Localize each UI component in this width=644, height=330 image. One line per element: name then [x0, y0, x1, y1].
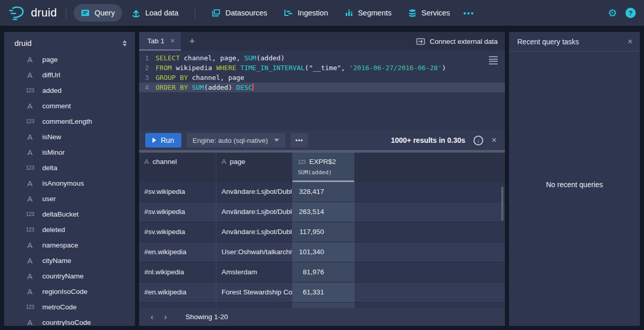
sidebar-column-regionisocode[interactable]: AregionIsoCode [4, 284, 135, 299]
tasks-panel-close-icon[interactable]: × [628, 37, 633, 47]
editor-menu-icon[interactable] [489, 56, 498, 65]
nav-item-ingestion[interactable]: Ingestion [277, 4, 335, 22]
sidebar-column-comment[interactable]: Acomment [4, 98, 135, 113]
cell-page[interactable]: Forest Stewardship Cou [216, 283, 293, 302]
cell-filler [354, 202, 505, 222]
nav-item-datasources[interactable]: Datasources [205, 4, 274, 22]
string-type-icon: A [222, 158, 226, 166]
connect-external-data-button[interactable]: Connect external data [416, 38, 498, 45]
table-scrollbar[interactable] [501, 187, 503, 221]
string-type-icon: A [24, 133, 36, 141]
column-name: isAnonymous [42, 179, 84, 187]
column-header-expr-2[interactable]: 123EXPR$2SUM(added) [293, 153, 354, 182]
sidebar-column-countryname[interactable]: AcountryName [4, 268, 135, 284]
cell-filler [354, 222, 505, 242]
cell-sum-added[interactable]: 81,976 [293, 262, 354, 282]
nav-item-query[interactable]: Query [74, 4, 122, 22]
sidebar-column-delta[interactable]: 123delta [4, 160, 135, 175]
sidebar-column-countryisocode[interactable]: AcountryIsoCode [4, 315, 135, 326]
column-name: cityName [42, 257, 71, 265]
prev-page-icon[interactable]: ‹ [145, 312, 159, 321]
next-page-icon[interactable]: › [159, 312, 172, 321]
pagination-label: Showing 1-20 [185, 313, 228, 321]
close-results-icon[interactable]: × [492, 135, 497, 145]
cell-sum-added[interactable]: 61,331 [293, 283, 354, 302]
cell-page[interactable] [216, 303, 293, 308]
nav-item-segments[interactable]: Segments [337, 4, 399, 22]
cell-channel[interactable]: #sv.wikipedia [139, 222, 216, 242]
column-header-label: EXPR$2 [309, 158, 336, 166]
string-type-icon: A [24, 179, 36, 188]
column-header-channel[interactable]: Achannel [139, 153, 216, 182]
engine-select[interactable]: Engine: auto (sql-native) [187, 133, 285, 147]
connect-external-data-label: Connect external data [430, 38, 498, 45]
cell-sum-added[interactable] [293, 303, 354, 308]
tab-bar: Tab 1 × + Connect external data [139, 32, 505, 51]
code-text: GROUP BY channel, page [156, 73, 244, 82]
cell-page[interactable]: Användare:Lsjbot/Duble [216, 182, 293, 202]
cell-filler [354, 262, 505, 282]
sidebar-column-deleted[interactable]: 123deleted [4, 222, 135, 237]
cell-sum-added[interactable]: 263,514 [293, 202, 354, 222]
nav-item-load-data[interactable]: Load data [124, 4, 186, 22]
sidebar-column-added[interactable]: 123added [4, 82, 135, 98]
sidebar-column-cityname[interactable]: AcityName [4, 253, 135, 268]
add-tab-button[interactable]: + [189, 36, 195, 47]
sidebar-column-deltabucket[interactable]: 123deltaBucket [4, 206, 135, 222]
sidebar-column-page[interactable]: Apage [4, 52, 135, 67]
cell-channel[interactable] [139, 303, 216, 308]
sidebar-column-isanonymous[interactable]: AisAnonymous [4, 175, 135, 191]
sidebar-column-isnew[interactable]: AisNew [4, 129, 135, 144]
cell-page[interactable]: Amsterdam [216, 262, 293, 282]
column-name: namespace [42, 241, 78, 249]
run-bar: Run Engine: auto (sql-native) ••• 1000+ … [139, 130, 505, 150]
download-results-icon[interactable]: ↓ [473, 136, 483, 145]
sidebar-column-commentlength[interactable]: 123commentLength [4, 113, 135, 129]
cell-channel[interactable]: #nl.wikipedia [139, 262, 216, 282]
cell-page[interactable]: User:Oshwah/talkarchiv [216, 242, 293, 262]
druid-logo[interactable]: druid [8, 5, 57, 21]
code-line-4[interactable]: 4ORDER BY SUM(added) DESC [139, 82, 505, 92]
cell-channel[interactable]: #sv.wikipedia [139, 182, 216, 202]
help-icon[interactable]: ? [625, 8, 636, 18]
code-text: ORDER BY SUM(added) DESC [156, 82, 253, 92]
tab-1[interactable]: Tab 1 × [139, 32, 181, 51]
column-name: regionIsoCode [42, 288, 88, 295]
results-table-header: AchannelApage123EXPR$2SUM(added) [139, 153, 505, 182]
nav-item-services[interactable]: Services [401, 4, 457, 22]
cell-channel[interactable]: #sv.wikipedia [139, 202, 216, 222]
sidebar-column-metrocode[interactable]: 123metroCode [4, 299, 135, 315]
table-row [139, 303, 505, 308]
sidebar-column-diffurl[interactable]: AdiffUrl [4, 67, 135, 82]
more-menu-button[interactable]: ••• [460, 9, 479, 18]
tab-close-icon[interactable]: × [171, 37, 175, 45]
tasks-panel-title: Recent query tasks [517, 38, 579, 46]
cell-sum-added[interactable]: 101,340 [293, 242, 354, 262]
code-line-1[interactable]: 1SELECT channel, page, SUM(added) [139, 53, 505, 63]
load-data-icon [131, 9, 141, 18]
nav-item-label: Load data [145, 9, 179, 17]
cell-sum-added[interactable]: 117,950 [293, 222, 354, 242]
sidebar-column-user[interactable]: Auser [4, 191, 135, 206]
code-line-3[interactable]: 3GROUP BY channel, page [139, 73, 505, 82]
column-name: metroCode [42, 303, 77, 311]
cell-channel[interactable]: #en.wikipedia [139, 283, 216, 302]
run-more-button[interactable]: ••• [291, 133, 308, 147]
run-button[interactable]: Run [145, 133, 181, 147]
column-name: delta [42, 164, 57, 172]
druid-logo-icon [8, 5, 27, 21]
cell-page[interactable]: Användare:Lsjbot/Duble [216, 202, 293, 222]
sidebar-column-namespace[interactable]: Anamespace [4, 237, 135, 253]
sort-columns-icon[interactable] [123, 40, 127, 46]
column-name: deltaBucket [42, 210, 79, 218]
code-line-2[interactable]: 2FROM wikipedia WHERE TIME_IN_INTERVAL("… [139, 63, 505, 73]
sidebar-column-isminor[interactable]: AisMinor [4, 144, 135, 160]
settings-gear-icon[interactable]: ⚙ [608, 8, 617, 18]
column-header-page[interactable]: Apage [216, 153, 293, 182]
nav-item-label: Query [94, 9, 115, 17]
sql-editor[interactable]: 1SELECT channel, page, SUM(added)2FROM w… [139, 51, 505, 130]
column-name: deleted [42, 226, 65, 234]
cell-page[interactable]: Användare:Lsjbot/Duble [216, 222, 293, 242]
cell-sum-added[interactable]: 328,417 [293, 182, 354, 202]
cell-channel[interactable]: #en.wikipedia [139, 242, 216, 262]
